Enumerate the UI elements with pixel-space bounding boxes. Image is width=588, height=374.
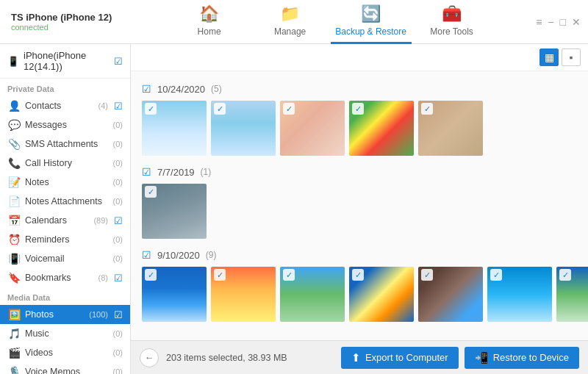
- sidebar-section-media-data: Media Data: [0, 287, 130, 305]
- contacts-check[interactable]: ☑: [114, 101, 123, 112]
- contacts-icon: 👤: [7, 100, 21, 112]
- thumb-checkbox-p5[interactable]: ✓: [421, 103, 433, 115]
- voicemail-label: Voicemail: [25, 253, 109, 264]
- thumb-checkbox-p4[interactable]: ✓: [352, 103, 364, 115]
- thumb-checkbox-p3[interactable]: ✓: [283, 103, 295, 115]
- photo-thumb-p9[interactable]: ✓: [280, 267, 345, 322]
- notes-label: Notes: [25, 177, 109, 187]
- sidebar-item-photos[interactable]: 🖼️ Photos (100) ☑: [0, 305, 130, 324]
- call-history-count: (0): [113, 159, 123, 168]
- sidebar-item-voice-memos[interactable]: 🎙️ Voice Memos (0): [0, 362, 130, 374]
- toolbar: TS iPhone (iPhone 12) connected 🏠 Home 📁…: [0, 0, 588, 44]
- sidebar-item-bookmarks[interactable]: 🔖 Bookmarks (8) ☑: [0, 268, 130, 287]
- photo-thumb-p11[interactable]: ✓: [418, 267, 483, 322]
- export-label: Export to Computer: [365, 352, 448, 363]
- thumb-checkbox-p11[interactable]: ✓: [421, 269, 433, 281]
- notes-icon: 📝: [7, 176, 21, 188]
- photo-thumb-p1[interactable]: ✓: [142, 101, 207, 156]
- grid-small-btn[interactable]: ▪: [562, 48, 581, 66]
- minimize-icon[interactable]: −: [548, 16, 553, 28]
- thumb-checkbox-p1[interactable]: ✓: [145, 103, 157, 115]
- content-area: ▦ ▪ ☑ 10/24/2020 (5) ✓✓✓✓✓ ☑ 7/7/2019 (1…: [131, 44, 588, 374]
- manage-nav-icon: 📁: [280, 4, 300, 24]
- home-nav-icon: 🏠: [199, 4, 219, 24]
- music-count: (0): [113, 329, 123, 338]
- nav-item-tools[interactable]: 🧰 More Tools: [412, 0, 492, 44]
- bookmarks-check[interactable]: ☑: [114, 273, 123, 284]
- sidebar-item-music[interactable]: 🎵 Music (0): [0, 324, 130, 343]
- thumb-checkbox-p7[interactable]: ✓: [145, 269, 157, 281]
- export-icon: ⬆: [351, 351, 361, 364]
- back-button[interactable]: ←: [140, 348, 159, 367]
- thumb-checkbox-p13[interactable]: ✓: [559, 269, 571, 281]
- group-checkbox[interactable]: ☑: [142, 83, 151, 95]
- window-controls[interactable]: ≡ − □ ✕: [536, 16, 581, 28]
- sidebar-device-row[interactable]: 📱 iPhone(iPhone 12(14.1)) ☑: [0, 44, 130, 79]
- thumb-checkbox-p12[interactable]: ✓: [490, 269, 502, 281]
- photo-group-header-9-10-2020: ☑ 9/10/2020 (9): [142, 249, 577, 261]
- sidebar-item-notes-attachments[interactable]: 📄 Notes Attachments (0): [0, 192, 130, 211]
- bottom-bar: ← 203 items selected, 38.93 MB ⬆ Export …: [131, 340, 588, 374]
- thumb-checkbox-p10[interactable]: ✓: [352, 269, 364, 281]
- photo-row-10-24-2020: ✓✓✓✓✓: [142, 101, 577, 156]
- export-button[interactable]: ⬆ Export to Computer: [341, 347, 459, 369]
- photo-thumb-p4[interactable]: ✓: [349, 101, 414, 156]
- music-label: Music: [25, 328, 109, 339]
- group-checkbox[interactable]: ☑: [142, 249, 151, 261]
- thumb-checkbox-p2[interactable]: ✓: [214, 103, 226, 115]
- thumb-checkbox-p9[interactable]: ✓: [283, 269, 295, 281]
- sidebar-item-sms-attachments[interactable]: 📎 SMS Attachments (0): [0, 134, 130, 154]
- photo-thumb-p3[interactable]: ✓: [280, 101, 345, 156]
- restore-button[interactable]: 📲 Restore to Device: [465, 347, 579, 369]
- reminders-count: (0): [113, 235, 123, 244]
- sms-attachments-count: (0): [113, 140, 123, 148]
- device-checkbox[interactable]: ☑: [114, 56, 123, 67]
- thumb-checkbox-p8[interactable]: ✓: [214, 269, 226, 281]
- photo-thumb-p7[interactable]: ✓: [142, 267, 207, 322]
- sidebar-device-label: iPhone(iPhone 12(14.1)): [24, 50, 110, 72]
- sidebar-section-private-data: Private Data: [0, 79, 130, 96]
- nav-item-manage[interactable]: 📁 Manage: [250, 0, 331, 44]
- bottom-actions: ⬆ Export to Computer 📲 Restore to Device: [341, 347, 579, 369]
- calendars-check[interactable]: ☑: [114, 215, 123, 226]
- close-icon[interactable]: ✕: [572, 16, 581, 28]
- photo-thumb-p10[interactable]: ✓: [349, 267, 414, 322]
- photos-check[interactable]: ☑: [114, 309, 123, 320]
- videos-label: Videos: [25, 348, 109, 358]
- photo-thumb-p13[interactable]: ✓: [556, 267, 588, 322]
- maximize-icon[interactable]: □: [560, 16, 566, 28]
- photo-thumb-p12[interactable]: ✓: [487, 267, 552, 322]
- photo-thumb-p5[interactable]: ✓: [418, 101, 483, 156]
- photos-icon: 🖼️: [7, 309, 21, 320]
- photo-thumb-p6[interactable]: ✓: [142, 184, 207, 239]
- nav-item-home[interactable]: 🏠 Home: [169, 0, 250, 44]
- sidebar-item-videos[interactable]: 🎬 Videos (0): [0, 343, 130, 362]
- notes-attachments-icon: 📄: [7, 195, 21, 207]
- restore-label: Restore to Device: [493, 352, 569, 363]
- photo-thumb-p2[interactable]: ✓: [211, 101, 276, 156]
- call-history-icon: 📞: [7, 157, 21, 169]
- group-checkbox[interactable]: ☑: [142, 166, 151, 178]
- menu-icon[interactable]: ≡: [536, 16, 542, 28]
- nav-item-backup[interactable]: 🔄 Backup & Restore: [331, 0, 412, 44]
- reminders-icon: ⏰: [7, 234, 21, 245]
- sidebar-item-messages[interactable]: 💬 Messages (0): [0, 115, 130, 134]
- sidebar-item-reminders[interactable]: ⏰ Reminders (0): [0, 230, 130, 249]
- grid-large-btn[interactable]: ▦: [539, 48, 559, 66]
- restore-icon: 📲: [475, 351, 489, 364]
- call-history-label: Call History: [25, 158, 109, 168]
- sidebar-item-calendars[interactable]: 📅 Calendars (89) ☑: [0, 211, 130, 230]
- sidebar-item-notes[interactable]: 📝 Notes (0): [0, 173, 130, 192]
- sidebar: 📱 iPhone(iPhone 12(14.1)) ☑ Private Data…: [0, 44, 131, 374]
- sidebar-item-call-history[interactable]: 📞 Call History (0): [0, 154, 130, 173]
- photo-area: ☑ 10/24/2020 (5) ✓✓✓✓✓ ☑ 7/7/2019 (1) ✓ …: [131, 71, 588, 340]
- sidebar-item-voicemail[interactable]: 📳 Voicemail (0): [0, 249, 130, 268]
- group-date: 7/7/2019: [157, 167, 195, 178]
- group-count: (1): [201, 167, 212, 177]
- videos-icon: 🎬: [7, 347, 21, 359]
- bookmarks-count: (8): [98, 273, 108, 282]
- photo-thumb-p8[interactable]: ✓: [211, 267, 276, 322]
- sidebar-item-contacts[interactable]: 👤 Contacts (4) ☑: [0, 96, 130, 115]
- device-icon: 📱: [7, 56, 19, 67]
- thumb-checkbox-p6[interactable]: ✓: [145, 186, 157, 198]
